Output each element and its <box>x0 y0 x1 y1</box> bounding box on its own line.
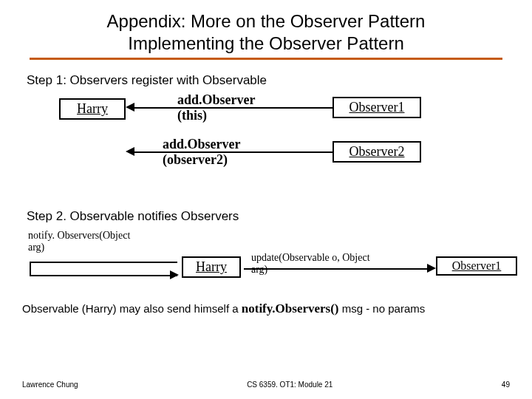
title-line1: Appendix: More on the Observer Pattern <box>107 11 426 31</box>
arrow-addobserver-this-head <box>126 103 134 112</box>
label-addobserver-this-l1: add.Observer <box>177 92 256 107</box>
diagram-step2: notify. Observers(Object arg) Harry upda… <box>22 228 525 295</box>
box-harry: Harry <box>59 98 126 120</box>
footnote: Observable (Harry) may also send himself… <box>22 301 510 318</box>
label-update-l1: update(Observable o, Object <box>251 252 370 263</box>
label-addobserver2: add.Observer (observer2) <box>163 137 241 168</box>
box2-observer1: Observer1 <box>436 256 517 276</box>
diagram-step1: Harry Observer1 Observer2 add.Observer (… <box>30 92 517 196</box>
label-notify: notify. Observers(Object arg) <box>28 230 130 253</box>
slide-title: Appendix: More on the Observer Pattern I… <box>0 10 532 55</box>
label-notify-l1: notify. Observers(Object <box>28 230 130 241</box>
label-addobserver-this: add.Observer (this) <box>177 92 256 123</box>
arrow-self-top <box>30 262 177 263</box>
label-addobserver-this-l2: (this) <box>177 108 207 123</box>
label-update-l2: arg) <box>251 264 267 275</box>
footer-course: CS 6359. OT1: Module 21 <box>247 381 332 389</box>
box-observer1: Observer1 <box>332 97 421 118</box>
arrow-addobserver2-head <box>126 147 134 156</box>
footer-page: 49 <box>502 381 510 389</box>
arrow-self-head <box>170 270 179 279</box>
footnote-bold: notify.Observers() <box>242 301 339 316</box>
arrow-self-bottom <box>30 275 177 276</box>
footer-author: Lawrence Chung <box>22 381 78 389</box>
footer: Lawrence Chung CS 6359. OT1: Module 21 4… <box>0 381 532 389</box>
label-addobserver2-l1: add.Observer <box>163 137 241 151</box>
box-observer2: Observer2 <box>332 141 421 163</box>
footnote-pre: Observable (Harry) may also send himself… <box>22 302 242 315</box>
label-addobserver2-l2: (observer2) <box>163 152 228 167</box>
arrow-self-side <box>30 262 31 275</box>
label-notify-l2: arg) <box>28 242 44 253</box>
arrow-update-head <box>427 264 436 273</box>
title-underline <box>30 58 502 60</box>
step-1-heading: Step 1: Observers register with Observab… <box>27 73 532 88</box>
label-update: update(Observable o, Object arg) <box>251 252 370 276</box>
step-2-heading: Step 2. Observable notifies Observers <box>27 209 532 224</box>
box2-harry: Harry <box>182 256 241 278</box>
title-line2: Implementing the Observer Pattern <box>128 33 404 53</box>
footnote-post: msg - no params <box>339 302 426 315</box>
